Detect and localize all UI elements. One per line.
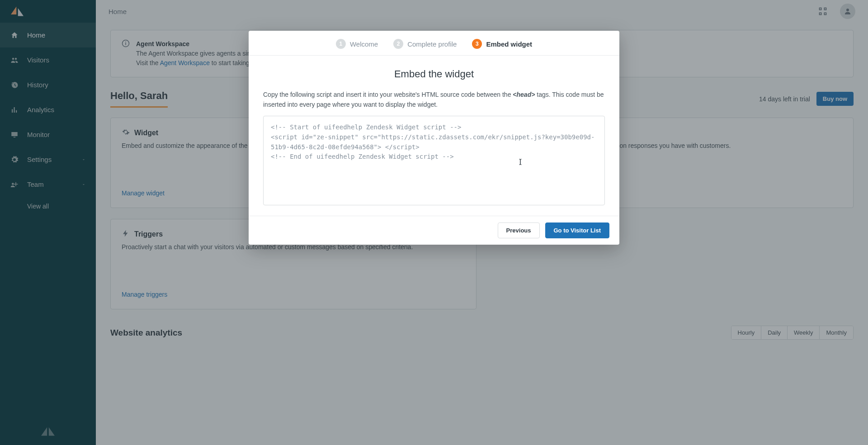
go-visitor-list-button[interactable]: Go to Visitor List [545,222,610,238]
onboarding-modal: 1 Welcome 2 Complete profile 3 Embed wid… [249,31,619,245]
modal-instruction: Copy the following script and insert it … [263,90,605,109]
modal-stepper: 1 Welcome 2 Complete profile 3 Embed wid… [249,31,619,56]
previous-button[interactable]: Previous [498,222,540,238]
code-snippet-field[interactable] [263,116,605,205]
step-embed-widget: 3 Embed widget [472,39,532,49]
modal-title: Embed the widget [263,68,605,80]
modal-backdrop[interactable]: 1 Welcome 2 Complete profile 3 Embed wid… [0,0,868,445]
step-welcome: 1 Welcome [336,39,378,49]
step-complete-profile: 2 Complete profile [393,39,457,49]
